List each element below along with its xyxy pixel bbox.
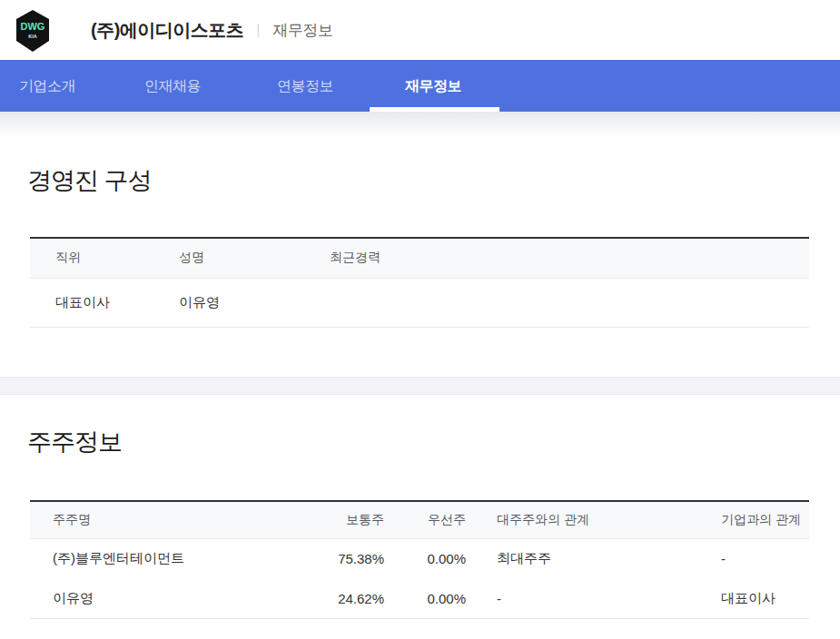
cell-relation-to-major: 최대주주 xyxy=(466,539,690,579)
company-logo-icon: DWG KIA xyxy=(15,10,50,52)
col-name: 성명 xyxy=(179,238,330,278)
nav-shadow-band xyxy=(0,112,840,133)
cell-shareholder-name: (주)블루엔터테이먼트 xyxy=(30,539,302,579)
page-header: DWG KIA (주)에이디이스포츠 | 재무정보 xyxy=(0,0,840,60)
tab-navigation: 기업소개 인재채용 연봉정보 재무정보 xyxy=(0,60,840,112)
cell-relation-to-company: - xyxy=(690,539,809,579)
tab-salary-info[interactable]: 연봉정보 xyxy=(277,60,333,112)
cell-shareholder-name: 이유영 xyxy=(30,579,302,619)
cell-common-stock: 75.38% xyxy=(302,539,384,579)
cell-relation-to-major: - xyxy=(466,579,690,619)
shareholder-row: 이유영 24.62% 0.00% - 대표이사 xyxy=(30,579,809,619)
tab-recruitment[interactable]: 인재채용 xyxy=(144,60,201,112)
section-divider-band xyxy=(0,377,840,395)
cell-relation-to-company: 대표이사 xyxy=(690,579,809,619)
tab-company-intro[interactable]: 기업소개 xyxy=(19,60,75,112)
cell-career xyxy=(330,278,809,327)
col-preferred-stock: 우선주 xyxy=(384,501,466,539)
col-common-stock: 보통주 xyxy=(302,501,384,539)
title-divider: | xyxy=(256,22,260,38)
shareholders-section-title: 주주정보 xyxy=(27,429,840,455)
shareholder-row: (주)블루엔터테이먼트 75.38% 0.00% 최대주주 - xyxy=(30,539,809,579)
logo-subtext: KIA xyxy=(28,34,37,39)
cell-common-stock: 24.62% xyxy=(302,579,384,619)
cell-position: 대표이사 xyxy=(30,278,179,327)
col-shareholder-name: 주주명 xyxy=(30,501,302,539)
management-row: 대표이사 이유영 xyxy=(30,278,809,327)
shareholders-header-row: 주주명 보통주 우선주 대주주와의 관계 기업과의 관계 xyxy=(30,501,809,539)
page-label: 재무정보 xyxy=(272,20,332,41)
logo-text: DWG xyxy=(21,21,45,32)
company-name: (주)에이디이스포츠 xyxy=(91,18,243,43)
col-position: 직위 xyxy=(30,238,179,278)
cell-name: 이유영 xyxy=(179,278,330,327)
col-relation-to-major: 대주주와의 관계 xyxy=(466,501,690,539)
cell-preferred-stock: 0.00% xyxy=(384,579,466,619)
shareholders-table: 주주명 보통주 우선주 대주주와의 관계 기업과의 관계 (주)블루엔터테이먼트… xyxy=(30,500,809,620)
management-header-row: 직위 성명 최근경력 xyxy=(30,238,809,278)
tab-financial-info[interactable]: 재무정보 xyxy=(405,60,461,112)
cell-preferred-stock: 0.00% xyxy=(384,539,466,579)
col-recent-career: 최근경력 xyxy=(330,238,809,278)
col-relation-to-company: 기업과의 관계 xyxy=(690,501,809,539)
management-table: 직위 성명 최근경력 대표이사 이유영 xyxy=(30,237,809,328)
header-title-group: (주)에이디이스포츠 | 재무정보 xyxy=(91,0,332,60)
active-tab-indicator xyxy=(370,107,499,112)
management-section-title: 경영진 구성 xyxy=(27,168,840,193)
